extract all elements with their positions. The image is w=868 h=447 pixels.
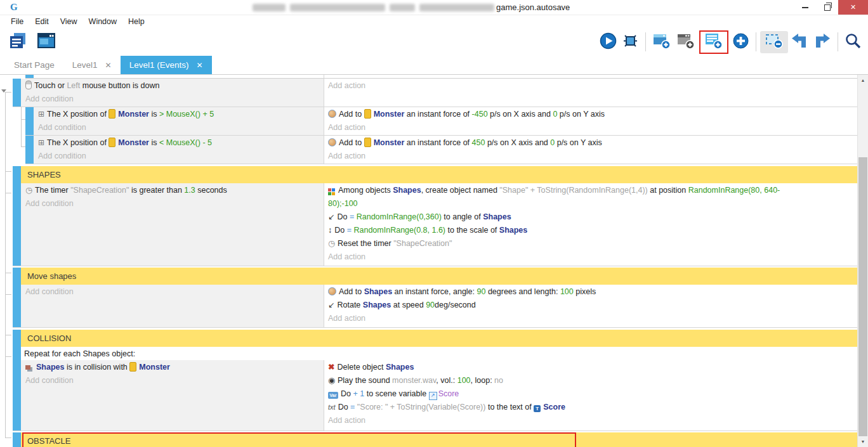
- add-condition-link[interactable]: Add condition: [38, 121, 321, 134]
- actions-column[interactable]: ✖Delete object Shapes◉Play the sound mon…: [324, 360, 858, 431]
- conditions-column[interactable]: ⊞The X position of Monster is > MouseX()…: [34, 107, 324, 135]
- vertical-scrollbar[interactable]: ▲ ▼: [857, 75, 868, 447]
- event-group-collision[interactable]: COLLISION: [13, 330, 858, 347]
- scroll-up-button[interactable]: ▲: [858, 76, 868, 84]
- add-action-link[interactable]: Add action: [328, 121, 853, 134]
- event-row[interactable]: Touch or Left mouse button is downAdd co…: [13, 79, 858, 107]
- add-action-link[interactable]: Add action: [328, 79, 853, 93]
- tab-label: Level1: [72, 60, 98, 70]
- foreach-event-row[interactable]: Repeat for each Shapes object:Shapes is …: [13, 347, 858, 431]
- add-action-link[interactable]: Add action: [328, 414, 853, 427]
- menu-view[interactable]: View: [55, 16, 83, 27]
- gdevelop-logo-icon: G: [10, 2, 23, 13]
- debug-button[interactable]: [622, 32, 639, 52]
- tab-close-icon[interactable]: ✕: [105, 61, 112, 70]
- minimize-button[interactable]: [794, 0, 816, 15]
- add-condition-link[interactable]: Add condition: [25, 285, 321, 299]
- actions-column[interactable]: Add to Monster an instant force of -450 …: [324, 107, 858, 135]
- event-handle[interactable]: [13, 432, 21, 447]
- event-columns: ◷The timer "ShapeCreation" is greater th…: [21, 183, 858, 266]
- event-row[interactable]: ⊞The X position of Monster is > MouseX()…: [25, 107, 858, 136]
- event-handle[interactable]: [13, 183, 21, 266]
- text-segment: + 1: [353, 389, 364, 398]
- scrollbar-thumb[interactable]: [858, 157, 867, 436]
- menu-window[interactable]: Window: [83, 16, 122, 27]
- preview-button[interactable]: [600, 32, 617, 52]
- conditions-column[interactable]: Add condition: [21, 285, 324, 327]
- tab-level1[interactable]: Level1✕: [63, 56, 121, 74]
- event-handle[interactable]: [13, 330, 21, 347]
- text-segment: The timer: [35, 186, 70, 195]
- actions-column[interactable]: Add to Monster an instant force of 450 p…: [324, 136, 858, 164]
- add-resource-button[interactable]: [732, 32, 749, 52]
- menu-help[interactable]: Help: [122, 16, 150, 27]
- mouse-icon: [25, 81, 32, 89]
- add-external-layout-button[interactable]: [676, 32, 695, 52]
- tree-line: [5, 92, 6, 437]
- add-events-icon: [704, 32, 723, 52]
- event-body: Repeat for each Shapes object:Shapes is …: [21, 347, 858, 431]
- add-action-link[interactable]: Add action: [328, 250, 853, 264]
- event-row[interactable]: Add conditionAdd to Shapes an instant fo…: [13, 285, 858, 328]
- search-button[interactable]: [845, 32, 862, 52]
- actions-column[interactable]: Add action: [324, 79, 858, 107]
- text-segment: "Shape" + ToString(RandomInRange(1,4)): [499, 186, 647, 195]
- event-row[interactable]: ◷The timer "ShapeCreation" is greater th…: [13, 183, 858, 266]
- event-handle[interactable]: [25, 136, 34, 164]
- tab-start-page[interactable]: Start Page: [5, 56, 63, 74]
- event-handle[interactable]: [25, 107, 34, 135]
- text-segment: Add action: [328, 123, 365, 132]
- start-page-button[interactable]: [37, 32, 56, 52]
- monster-icon: [109, 138, 115, 147]
- actions-column[interactable]: Add to Shapes an instant force, angle: 9…: [324, 285, 858, 327]
- add-scene-button[interactable]: [652, 32, 671, 52]
- conditions-column[interactable]: [34, 75, 324, 78]
- tab-close-icon[interactable]: ✕: [196, 61, 202, 70]
- add-external-events-button[interactable]: [704, 32, 723, 52]
- add-action-link[interactable]: Add action: [328, 312, 853, 325]
- position-icon: ⊞: [38, 136, 44, 150]
- add-condition-link[interactable]: Add condition: [25, 197, 321, 211]
- project-manager-button[interactable]: [9, 32, 27, 52]
- text-segment: Add condition: [25, 287, 74, 296]
- actions-column[interactable]: [324, 75, 858, 78]
- conditions-column[interactable]: ◷The timer "ShapeCreation" is greater th…: [21, 183, 324, 266]
- event-handle[interactable]: [13, 268, 21, 285]
- event-handle[interactable]: [13, 79, 21, 107]
- menu-file[interactable]: File: [5, 16, 29, 27]
- event-handle[interactable]: [13, 347, 21, 431]
- event-handle[interactable]: [25, 75, 34, 78]
- event-line: ↕Do = RandomInRange(0.8, 1.6) to the sca…: [328, 224, 853, 237]
- text-segment: pixels: [574, 287, 596, 296]
- text-segment: Add condition: [25, 94, 74, 103]
- event-group-move-shapes[interactable]: Move shapes: [13, 268, 858, 285]
- conditions-column[interactable]: Touch or Left mouse button is downAdd co…: [21, 79, 324, 107]
- text-segment: Play the sound: [338, 376, 392, 385]
- close-button[interactable]: ✕: [838, 0, 868, 15]
- deselect-button[interactable]: [765, 32, 784, 52]
- text-segment: Add to: [339, 287, 364, 296]
- undo-button[interactable]: [791, 32, 808, 52]
- redo-icon: [813, 32, 831, 52]
- actions-column[interactable]: Among objects Shapes, create object name…: [324, 183, 858, 266]
- add-condition-link[interactable]: Add condition: [25, 93, 321, 106]
- event-group-obstacle[interactable]: OBSTACLE: [13, 432, 858, 447]
- add-condition-link[interactable]: Add condition: [38, 150, 321, 163]
- event-handle[interactable]: [13, 166, 21, 183]
- conditions-column[interactable]: ⊞The X position of Monster is < MouseX()…: [34, 136, 324, 164]
- event-handle[interactable]: [13, 285, 21, 327]
- add-action-link[interactable]: Add action: [328, 150, 853, 163]
- add-condition-link[interactable]: Add condition: [25, 374, 321, 387]
- text-object-icon: T: [534, 405, 541, 412]
- event-row[interactable]: ⊞The X position of Monster is < MouseX()…: [25, 136, 858, 164]
- text-segment: The X position of: [47, 110, 109, 119]
- event-group-shapes[interactable]: SHAPES: [13, 166, 858, 183]
- angle-icon: ↙: [328, 299, 334, 312]
- redo-button[interactable]: [813, 32, 831, 52]
- conditions-column[interactable]: Shapes is in collision with MonsterAdd c…: [21, 360, 324, 431]
- tab-level1-events-[interactable]: Level1 (Events)✕: [121, 56, 212, 74]
- scroll-down-button[interactable]: ▼: [858, 437, 868, 446]
- force-icon: [328, 138, 336, 146]
- menu-edit[interactable]: Edit: [29, 16, 55, 27]
- maximize-button[interactable]: [816, 0, 838, 15]
